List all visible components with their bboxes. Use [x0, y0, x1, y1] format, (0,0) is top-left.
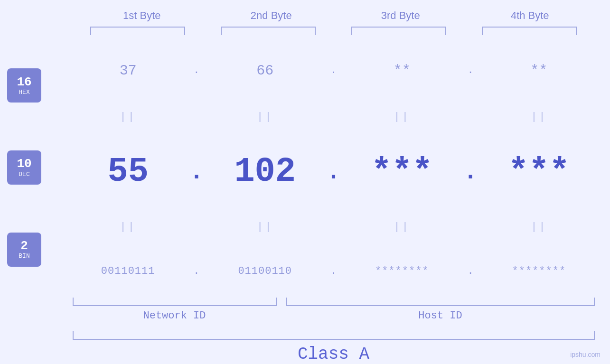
eq2-b2: || [213, 221, 317, 233]
dec-dot2: . [326, 159, 340, 186]
hex-b4-cell: ** [487, 63, 591, 79]
hex-b2-value: 66 [256, 63, 273, 79]
network-bracket [73, 298, 277, 306]
hex-dot2: . [326, 65, 340, 76]
full-bracket [73, 331, 595, 340]
bin-b3-value: ******** [375, 265, 429, 277]
hex-b4-value: ** [530, 63, 547, 79]
dec-b2-value: 102 [234, 152, 296, 191]
hex-badge: 16 HEX [7, 68, 41, 103]
byte4-header: 4th Byte [478, 9, 582, 22]
hex-b3-cell: ** [350, 63, 454, 79]
bin-b2-cell: 01100110 [213, 265, 317, 277]
byte3-header: 3rd Byte [348, 9, 453, 22]
badges-column: 16 HEX 10 DEC 2 BIN [0, 45, 66, 295]
dec-badge: 10 DEC [7, 150, 41, 185]
hex-data-row: 37 . 66 . ** . ** [71, 63, 596, 79]
dec-b4-value: *** [508, 152, 570, 191]
dec-b2-cell: 102 [213, 155, 317, 189]
hex-b1-value: 37 [120, 63, 137, 79]
eq1-b4: || [487, 111, 591, 123]
dec-badge-label: DEC [19, 171, 29, 178]
bracket-byte4 [482, 27, 577, 35]
bin-dot1: . [189, 265, 204, 277]
network-id-label: Network ID [73, 310, 277, 322]
full-bracket-row: Class A [73, 331, 595, 364]
bin-badge-label: BIN [19, 252, 29, 260]
main-area: 16 HEX 10 DEC 2 BIN 37 . 66 [0, 45, 610, 295]
bottom-section: Network ID Host ID [73, 298, 595, 322]
bin-dot2: . [326, 265, 340, 277]
top-brackets [73, 27, 595, 35]
dec-b3-value: *** [371, 152, 433, 191]
dec-b4-cell: *** [487, 155, 591, 189]
hex-b2-cell: 66 [213, 63, 317, 79]
data-rows: 37 . 66 . ** . ** || || [66, 45, 610, 295]
eq1-b2: || [213, 111, 317, 123]
bin-dot3: . [463, 265, 478, 277]
equals-row-1: || || || || [71, 110, 596, 124]
class-label: Class A [73, 345, 595, 364]
host-bracket [286, 298, 595, 306]
bottom-labels: Network ID Host ID [73, 310, 595, 322]
eq2-b3: || [350, 221, 454, 233]
byte-headers: 1st Byte 2nd Byte 3rd Byte 4th Byte [73, 9, 595, 22]
hex-b1-cell: 37 [76, 63, 180, 79]
byte2-header: 2nd Byte [219, 9, 323, 22]
dec-b1-value: 55 [107, 152, 148, 191]
bin-b3-cell: ******** [350, 265, 454, 277]
bin-badge: 2 BIN [7, 233, 41, 267]
main-container: 1st Byte 2nd Byte 3rd Byte 4th Byte 16 H… [0, 0, 610, 364]
hex-badge-num: 16 [17, 75, 31, 89]
bin-b4-cell: ******** [487, 265, 591, 277]
hex-dot1: . [189, 65, 204, 76]
bin-b1-value: 00110111 [101, 265, 155, 277]
bottom-brackets [73, 298, 595, 306]
bin-b4-value: ******** [512, 265, 566, 277]
bracket-byte1 [90, 27, 185, 35]
host-id-label: Host ID [286, 310, 595, 322]
bin-badge-num: 2 [20, 239, 28, 253]
eq1-b1: || [76, 111, 180, 123]
watermark: ipshu.com [570, 351, 601, 358]
byte1-header: 1st Byte [90, 9, 194, 22]
dec-b3-cell: *** [350, 155, 454, 189]
hex-badge-label: HEX [19, 89, 29, 96]
bracket-byte2 [221, 27, 316, 35]
dec-badge-num: 10 [17, 157, 31, 171]
bin-b1-cell: 00110111 [76, 265, 180, 277]
dec-b1-cell: 55 [76, 155, 180, 189]
bracket-byte3 [351, 27, 446, 35]
eq2-b4: || [487, 221, 591, 233]
bin-b2-value: 01100110 [238, 265, 292, 277]
hex-dot3: . [463, 65, 478, 76]
hex-b3-value: ** [394, 63, 411, 79]
dec-dot3: . [463, 159, 478, 186]
dec-dot1: . [189, 159, 204, 186]
eq1-b3: || [350, 111, 454, 123]
bin-data-row: 00110111 . 01100110 . ******** . *******… [71, 265, 596, 277]
equals-row-2: || || || || [71, 220, 596, 234]
dec-data-row: 55 . 102 . *** . *** [71, 155, 596, 189]
eq2-b1: || [76, 221, 180, 233]
